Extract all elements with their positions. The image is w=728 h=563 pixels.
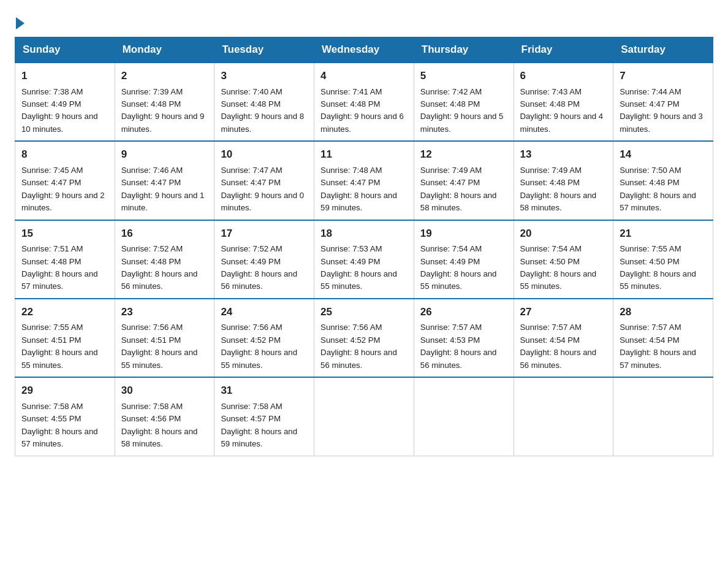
calendar-cell: 23 Sunrise: 7:56 AMSunset: 4:51 PMDaylig… bbox=[115, 299, 214, 377]
day-info: Sunrise: 7:44 AMSunset: 4:47 PMDaylight:… bbox=[620, 87, 703, 134]
day-info: Sunrise: 7:54 AMSunset: 4:49 PMDaylight:… bbox=[420, 244, 497, 291]
day-number: 17 bbox=[221, 226, 308, 242]
day-info: Sunrise: 7:38 AMSunset: 4:49 PMDaylight:… bbox=[21, 87, 98, 134]
day-info: Sunrise: 7:48 AMSunset: 4:47 PMDaylight:… bbox=[320, 166, 397, 212]
day-number: 14 bbox=[620, 147, 707, 163]
day-number: 20 bbox=[520, 226, 607, 242]
calendar-header-row: SundayMondayTuesdayWednesdayThursdayFrid… bbox=[15, 37, 713, 63]
day-info: Sunrise: 7:56 AMSunset: 4:51 PMDaylight:… bbox=[121, 323, 198, 369]
calendar-cell: 11 Sunrise: 7:48 AMSunset: 4:47 PMDaylig… bbox=[314, 141, 414, 220]
calendar-cell: 6 Sunrise: 7:43 AMSunset: 4:48 PMDayligh… bbox=[514, 63, 613, 141]
day-info: Sunrise: 7:55 AMSunset: 4:50 PMDaylight:… bbox=[620, 244, 696, 291]
col-header-saturday: Saturday bbox=[613, 37, 713, 63]
calendar-week-row: 29 Sunrise: 7:58 AMSunset: 4:55 PMDaylig… bbox=[15, 377, 713, 456]
calendar-cell: 1 Sunrise: 7:38 AMSunset: 4:49 PMDayligh… bbox=[15, 63, 115, 141]
col-header-sunday: Sunday bbox=[15, 37, 115, 63]
day-number: 5 bbox=[420, 68, 507, 84]
day-info: Sunrise: 7:39 AMSunset: 4:48 PMDaylight:… bbox=[121, 87, 205, 134]
calendar-cell: 7 Sunrise: 7:44 AMSunset: 4:47 PMDayligh… bbox=[613, 63, 713, 141]
day-info: Sunrise: 7:58 AMSunset: 4:56 PMDaylight:… bbox=[121, 402, 198, 448]
col-header-friday: Friday bbox=[514, 37, 613, 63]
day-number: 7 bbox=[620, 68, 707, 84]
day-number: 10 bbox=[221, 147, 308, 163]
calendar-cell: 9 Sunrise: 7:46 AMSunset: 4:47 PMDayligh… bbox=[115, 141, 214, 220]
col-header-thursday: Thursday bbox=[414, 37, 514, 63]
day-number: 23 bbox=[121, 304, 208, 320]
calendar-cell: 15 Sunrise: 7:51 AMSunset: 4:48 PMDaylig… bbox=[15, 220, 115, 299]
calendar-cell: 24 Sunrise: 7:56 AMSunset: 4:52 PMDaylig… bbox=[214, 299, 314, 377]
calendar-week-row: 22 Sunrise: 7:55 AMSunset: 4:51 PMDaylig… bbox=[15, 299, 713, 377]
calendar-cell: 4 Sunrise: 7:41 AMSunset: 4:48 PMDayligh… bbox=[314, 63, 414, 141]
day-number: 22 bbox=[21, 304, 108, 320]
day-number: 3 bbox=[221, 68, 308, 84]
day-number: 26 bbox=[420, 304, 507, 320]
day-number: 15 bbox=[21, 226, 108, 242]
day-info: Sunrise: 7:56 AMSunset: 4:52 PMDaylight:… bbox=[221, 323, 297, 369]
calendar-cell: 18 Sunrise: 7:53 AMSunset: 4:49 PMDaylig… bbox=[314, 220, 414, 299]
calendar-cell: 22 Sunrise: 7:55 AMSunset: 4:51 PMDaylig… bbox=[15, 299, 115, 377]
calendar-cell: 31 Sunrise: 7:58 AMSunset: 4:57 PMDaylig… bbox=[214, 377, 314, 456]
calendar-cell: 3 Sunrise: 7:40 AMSunset: 4:48 PMDayligh… bbox=[214, 63, 314, 141]
day-info: Sunrise: 7:40 AMSunset: 4:48 PMDaylight:… bbox=[221, 87, 304, 134]
logo bbox=[15, 15, 25, 27]
day-info: Sunrise: 7:49 AMSunset: 4:47 PMDaylight:… bbox=[420, 166, 497, 212]
calendar-cell: 10 Sunrise: 7:47 AMSunset: 4:47 PMDaylig… bbox=[214, 141, 314, 220]
day-number: 2 bbox=[121, 68, 208, 84]
day-number: 21 bbox=[620, 226, 707, 242]
calendar-cell: 8 Sunrise: 7:45 AMSunset: 4:47 PMDayligh… bbox=[15, 141, 115, 220]
calendar-cell: 21 Sunrise: 7:55 AMSunset: 4:50 PMDaylig… bbox=[613, 220, 713, 299]
logo-arrow-icon bbox=[16, 17, 25, 29]
day-info: Sunrise: 7:53 AMSunset: 4:49 PMDaylight:… bbox=[320, 244, 397, 291]
calendar-cell: 26 Sunrise: 7:57 AMSunset: 4:53 PMDaylig… bbox=[414, 299, 514, 377]
day-info: Sunrise: 7:52 AMSunset: 4:48 PMDaylight:… bbox=[121, 244, 198, 291]
day-info: Sunrise: 7:57 AMSunset: 4:54 PMDaylight:… bbox=[520, 323, 597, 369]
calendar-cell bbox=[414, 377, 514, 456]
calendar-cell: 19 Sunrise: 7:54 AMSunset: 4:49 PMDaylig… bbox=[414, 220, 514, 299]
calendar-week-row: 8 Sunrise: 7:45 AMSunset: 4:47 PMDayligh… bbox=[15, 141, 713, 220]
day-info: Sunrise: 7:50 AMSunset: 4:48 PMDaylight:… bbox=[620, 166, 696, 212]
day-info: Sunrise: 7:49 AMSunset: 4:48 PMDaylight:… bbox=[520, 166, 597, 212]
day-number: 30 bbox=[121, 383, 208, 399]
calendar-week-row: 1 Sunrise: 7:38 AMSunset: 4:49 PMDayligh… bbox=[15, 63, 713, 141]
day-info: Sunrise: 7:55 AMSunset: 4:51 PMDaylight:… bbox=[21, 323, 98, 369]
day-info: Sunrise: 7:56 AMSunset: 4:52 PMDaylight:… bbox=[320, 323, 397, 369]
day-number: 18 bbox=[320, 226, 408, 242]
calendar-cell: 25 Sunrise: 7:56 AMSunset: 4:52 PMDaylig… bbox=[314, 299, 414, 377]
calendar-cell: 5 Sunrise: 7:42 AMSunset: 4:48 PMDayligh… bbox=[414, 63, 514, 141]
day-number: 31 bbox=[221, 383, 308, 399]
day-number: 27 bbox=[520, 304, 607, 320]
day-info: Sunrise: 7:47 AMSunset: 4:47 PMDaylight:… bbox=[221, 166, 304, 212]
day-info: Sunrise: 7:52 AMSunset: 4:49 PMDaylight:… bbox=[221, 244, 297, 291]
day-number: 19 bbox=[420, 226, 507, 242]
day-info: Sunrise: 7:57 AMSunset: 4:53 PMDaylight:… bbox=[420, 323, 497, 369]
day-number: 8 bbox=[21, 147, 108, 163]
day-info: Sunrise: 7:41 AMSunset: 4:48 PMDaylight:… bbox=[320, 87, 404, 134]
day-info: Sunrise: 7:42 AMSunset: 4:48 PMDaylight:… bbox=[420, 87, 504, 134]
col-header-wednesday: Wednesday bbox=[314, 37, 414, 63]
calendar-cell: 20 Sunrise: 7:54 AMSunset: 4:50 PMDaylig… bbox=[514, 220, 613, 299]
calendar-cell: 29 Sunrise: 7:58 AMSunset: 4:55 PMDaylig… bbox=[15, 377, 115, 456]
day-info: Sunrise: 7:58 AMSunset: 4:55 PMDaylight:… bbox=[21, 402, 98, 448]
day-number: 11 bbox=[320, 147, 408, 163]
calendar-cell: 13 Sunrise: 7:49 AMSunset: 4:48 PMDaylig… bbox=[514, 141, 613, 220]
day-number: 13 bbox=[520, 147, 607, 163]
col-header-monday: Monday bbox=[115, 37, 214, 63]
day-number: 24 bbox=[221, 304, 308, 320]
calendar-cell bbox=[514, 377, 613, 456]
day-info: Sunrise: 7:51 AMSunset: 4:48 PMDaylight:… bbox=[21, 244, 98, 291]
calendar-cell bbox=[613, 377, 713, 456]
day-info: Sunrise: 7:58 AMSunset: 4:57 PMDaylight:… bbox=[221, 402, 297, 448]
calendar-cell: 16 Sunrise: 7:52 AMSunset: 4:48 PMDaylig… bbox=[115, 220, 214, 299]
calendar-cell: 28 Sunrise: 7:57 AMSunset: 4:54 PMDaylig… bbox=[613, 299, 713, 377]
day-info: Sunrise: 7:45 AMSunset: 4:47 PMDaylight:… bbox=[21, 166, 105, 212]
col-header-tuesday: Tuesday bbox=[214, 37, 314, 63]
calendar-cell bbox=[314, 377, 414, 456]
page-header bbox=[15, 15, 713, 27]
day-info: Sunrise: 7:57 AMSunset: 4:54 PMDaylight:… bbox=[620, 323, 696, 369]
day-number: 6 bbox=[520, 68, 607, 84]
day-info: Sunrise: 7:46 AMSunset: 4:47 PMDaylight:… bbox=[121, 166, 205, 212]
calendar-table: SundayMondayTuesdayWednesdayThursdayFrid… bbox=[15, 37, 713, 456]
day-number: 9 bbox=[121, 147, 208, 163]
calendar-cell: 30 Sunrise: 7:58 AMSunset: 4:56 PMDaylig… bbox=[115, 377, 214, 456]
day-number: 4 bbox=[320, 68, 408, 84]
